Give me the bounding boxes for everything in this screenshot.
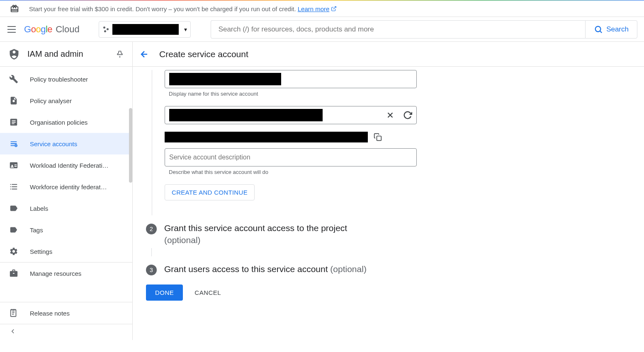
sidebar: IAM and admin Policy troubleshooter Poli… (0, 42, 133, 340)
sidebar-item-label: Workload Identity Federati… (30, 162, 109, 169)
gift-icon (10, 4, 19, 13)
step-3-title: Grant users access to this service accou… (164, 264, 328, 274)
chevron-down-icon: ▾ (184, 26, 187, 33)
svg-point-1 (595, 26, 601, 31)
sidebar-item-label: Policy analyser (30, 97, 72, 104)
page-title: Create service account (159, 49, 248, 59)
step-3-header[interactable]: 3 Grant users access to this service acc… (146, 263, 644, 275)
main-content: Create service account Display name for … (133, 42, 644, 340)
sidebar-item-label: Manage resources (30, 270, 81, 277)
sidebar-item-labels[interactable]: Labels (0, 198, 132, 219)
main-header: Create service account (133, 42, 644, 67)
refresh-icon[interactable] (403, 111, 412, 120)
step-badge-3: 3 (146, 265, 157, 275)
wrench-icon (9, 75, 18, 84)
sidebar-item-label: Workforce identity federat… (30, 183, 107, 190)
sidebar-title: IAM and admin (27, 49, 108, 59)
back-arrow-icon[interactable] (139, 49, 149, 59)
settings-icon (9, 247, 18, 256)
helper-display-name: Display name for this service account (169, 91, 425, 97)
header: Google Cloud ▾ Search (0, 17, 644, 42)
briefcase-icon (9, 269, 18, 278)
pin-icon[interactable] (116, 50, 124, 58)
sidebar-item-release-notes[interactable]: Release notes (0, 302, 132, 324)
description-input[interactable] (165, 148, 417, 166)
redacted-account-id (169, 109, 323, 121)
sidebar-item-workforce-identity[interactable]: Workforce identity federat… (0, 176, 132, 198)
service-account-icon (9, 139, 18, 148)
sidebar-item-workload-identity[interactable]: Workload Identity Federati… (0, 154, 132, 176)
optional-label: (optional) (330, 264, 367, 274)
svg-line-2 (600, 31, 602, 33)
google-cloud-logo[interactable]: Google Cloud (24, 24, 80, 35)
create-and-continue-button[interactable]: CREATE AND CONTINUE (165, 184, 255, 200)
done-button[interactable]: DONE (146, 284, 183, 301)
redacted-email (165, 132, 368, 142)
trial-banner: Start your free trial with $300 in credi… (0, 1, 644, 17)
redacted-project-name (112, 24, 179, 35)
sidebar-item-org-policies[interactable]: Organisation policies (0, 111, 132, 133)
shield-icon (8, 48, 20, 60)
copy-icon[interactable] (374, 133, 382, 141)
label-icon (9, 204, 18, 213)
chevron-left-icon (9, 328, 18, 337)
sidebar-item-label: Labels (30, 205, 48, 212)
sidebar-item-label: Release notes (30, 310, 70, 317)
sidebar-item-service-accounts[interactable]: Service accounts (0, 133, 132, 154)
close-icon[interactable] (386, 111, 395, 120)
sidebar-item-label: Policy troubleshooter (30, 76, 88, 83)
article-icon (9, 118, 18, 127)
list-icon (9, 182, 18, 191)
sidebar-item-manage-resources[interactable]: Manage resources (0, 263, 132, 284)
project-selector[interactable]: ▾ (99, 21, 191, 38)
step-2-header[interactable]: 2 Grant this service account access to t… (146, 222, 644, 246)
sidebar-item-label: Tags (30, 227, 43, 234)
sidebar-item-policy-troubleshooter[interactable]: Policy troubleshooter (0, 68, 132, 90)
step-2-title: Grant this service account access to the… (164, 223, 347, 233)
hamburger-menu-icon[interactable] (7, 24, 17, 34)
search-button[interactable]: Search (585, 20, 637, 39)
sidebar-header: IAM and admin (0, 42, 132, 67)
optional-label: (optional) (164, 235, 201, 245)
policy-icon (9, 96, 18, 105)
notes-icon (9, 309, 18, 318)
sidebar-item-label: Service accounts (30, 140, 77, 147)
display-name-input[interactable] (165, 70, 417, 88)
tag-icon (9, 225, 18, 234)
scrollbar-thumb[interactable] (129, 108, 132, 183)
learn-more-link[interactable]: Learn more (298, 5, 337, 12)
svg-line-0 (333, 7, 336, 9)
badge-icon (9, 161, 18, 170)
svg-rect-8 (377, 136, 382, 141)
step-badge-2: 2 (146, 224, 157, 234)
sidebar-collapse[interactable] (0, 324, 132, 340)
cancel-button[interactable]: CANCEL (194, 289, 221, 296)
sidebar-item-tags[interactable]: Tags (0, 219, 132, 241)
trial-text: Start your free trial with $300 in credi… (29, 5, 337, 12)
sidebar-item-label: Settings (30, 248, 52, 255)
sidebar-item-policy-analyser[interactable]: Policy analyser (0, 90, 132, 111)
redacted-display-name (169, 73, 281, 85)
project-icon (102, 26, 110, 33)
service-account-id-input[interactable] (165, 106, 417, 124)
sidebar-item-label: Organisation policies (30, 119, 87, 126)
sidebar-item-settings[interactable]: Settings (0, 241, 132, 262)
helper-description: Describe what this service account will … (169, 169, 425, 175)
search-input[interactable] (211, 20, 586, 39)
